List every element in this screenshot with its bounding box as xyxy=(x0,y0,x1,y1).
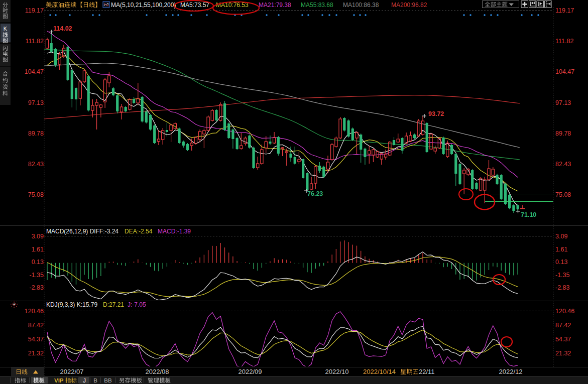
svg-text:B: B xyxy=(93,377,97,383)
svg-text:54.37: 54.37 xyxy=(28,336,44,343)
svg-text:93.72: 93.72 xyxy=(428,110,444,117)
svg-text:MACD(26,12,9) DIFF:-3.24: MACD(26,12,9) DIFF:-3.24 xyxy=(46,228,119,235)
svg-text:104.47: 104.47 xyxy=(25,68,44,75)
svg-text:2022/10: 2022/10 xyxy=(325,368,349,375)
svg-text:D:27.21: D:27.21 xyxy=(103,301,124,308)
svg-text:MA55:83.68: MA55:83.68 xyxy=(301,2,333,9)
svg-text:-2.83: -2.83 xyxy=(555,284,570,291)
svg-text:76.23: 76.23 xyxy=(307,190,323,197)
svg-text:DEA:-2.54: DEA:-2.54 xyxy=(125,228,153,235)
svg-text:114.02: 114.02 xyxy=(53,25,72,32)
svg-text:2022/12: 2022/12 xyxy=(499,368,523,375)
svg-text:-2.83: -2.83 xyxy=(30,284,44,291)
svg-text:87.42: 87.42 xyxy=(555,322,571,329)
svg-text:22/11: 22/11 xyxy=(419,368,435,375)
svg-text:-1.35: -1.35 xyxy=(30,272,44,279)
svg-text:89.78: 89.78 xyxy=(555,130,571,137)
svg-text:3.09: 3.09 xyxy=(555,233,567,240)
svg-text:VIP: VIP xyxy=(54,377,64,383)
svg-text:K: K xyxy=(4,26,8,32)
svg-text:2022/10/14: 2022/10/14 xyxy=(363,368,396,375)
svg-text:MA200:96.82: MA200:96.82 xyxy=(391,2,427,9)
svg-text:54.37: 54.37 xyxy=(555,336,571,343)
svg-text:111.82: 111.82 xyxy=(26,38,44,45)
svg-text:MACD:-1.39: MACD:-1.39 xyxy=(158,228,191,235)
svg-text:119.17: 119.17 xyxy=(25,7,44,14)
svg-text:KDJ(9,3,3) K:15.79: KDJ(9,3,3) K:15.79 xyxy=(46,301,97,308)
svg-text:2022/08: 2022/08 xyxy=(146,368,169,375)
svg-text:3.09: 3.09 xyxy=(32,233,44,240)
svg-text:1.61: 1.61 xyxy=(32,246,44,253)
svg-text:MA100:86.38: MA100:86.38 xyxy=(343,2,379,9)
svg-text:75.08: 75.08 xyxy=(555,191,571,198)
svg-text:2022/09: 2022/09 xyxy=(239,368,262,375)
svg-text:97.13: 97.13 xyxy=(28,99,44,106)
svg-text:87.42: 87.42 xyxy=(28,322,44,329)
svg-text:104.47: 104.47 xyxy=(555,68,574,75)
svg-text:97.13: 97.13 xyxy=(555,99,571,106)
svg-text:0.13: 0.13 xyxy=(32,259,44,266)
svg-text:82.43: 82.43 xyxy=(555,161,571,168)
svg-text:89.78: 89.78 xyxy=(28,130,44,137)
svg-text:120.46: 120.46 xyxy=(25,308,44,315)
svg-text:-1.35: -1.35 xyxy=(555,272,570,279)
svg-text:MA5:73.57: MA5:73.57 xyxy=(180,2,209,9)
svg-text:MA21:79.38: MA21:79.38 xyxy=(259,2,291,9)
svg-text:MA(5,10,21,55,100,200): MA(5,10,21,55,100,200) xyxy=(111,2,176,9)
svg-text:J:-7.05: J:-7.05 xyxy=(128,301,146,308)
svg-text:120.46: 120.46 xyxy=(555,308,574,315)
svg-text:0.13: 0.13 xyxy=(555,259,567,266)
svg-text:71.10: 71.10 xyxy=(521,211,536,218)
svg-text:111.82: 111.82 xyxy=(555,38,573,45)
svg-text:75.08: 75.08 xyxy=(28,191,44,198)
svg-text:21.32: 21.32 xyxy=(28,350,44,357)
svg-text:82.43: 82.43 xyxy=(28,161,44,168)
svg-text:21.32: 21.32 xyxy=(555,350,571,357)
svg-text:119.17: 119.17 xyxy=(555,7,574,14)
svg-text:2022/07: 2022/07 xyxy=(60,368,84,375)
svg-text:J: J xyxy=(83,377,86,383)
svg-text:BB: BB xyxy=(104,377,112,383)
svg-text:1.61: 1.61 xyxy=(555,246,567,253)
